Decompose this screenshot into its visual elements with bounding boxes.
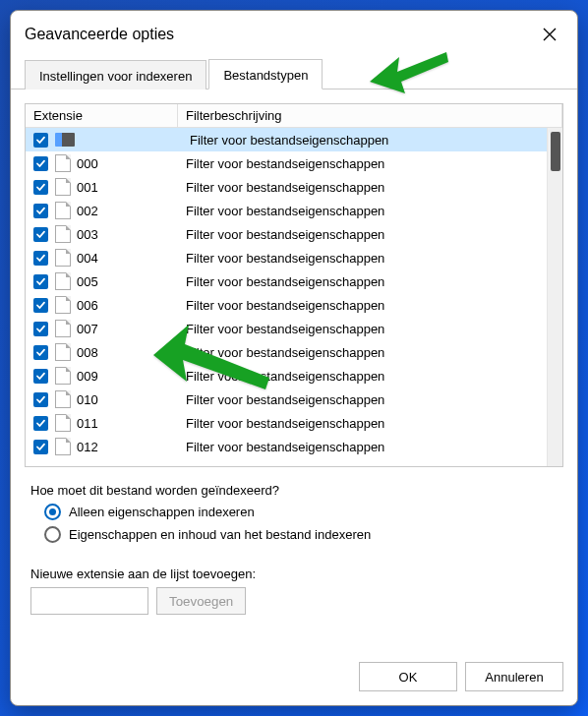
row-filter-description: Filter voor bestandseigenschappen <box>186 227 547 242</box>
row-checkbox[interactable] <box>33 227 48 242</box>
table-row[interactable]: Filter voor bestandseigenschappen <box>26 128 547 151</box>
row-checkbox[interactable] <box>33 416 48 431</box>
row-filter-description: Filter voor bestandseigenschappen <box>186 180 547 195</box>
list-body: Filter voor bestandseigenschappen000Filt… <box>26 128 562 466</box>
radio-label: Alleen eigenschappen indexeren <box>69 505 255 519</box>
row-checkbox[interactable] <box>33 440 48 454</box>
row-filter-description: Filter voor bestandseigenschappen <box>186 298 547 313</box>
close-icon <box>543 28 557 41</box>
row-extension: 000 <box>75 156 186 171</box>
vertical-scrollbar[interactable] <box>547 128 562 466</box>
tab-label: Bestandstypen <box>223 68 308 83</box>
row-checkbox[interactable] <box>33 322 48 336</box>
tab-content: Extensie Filterbeschrijving Filter voor … <box>11 90 577 650</box>
file-icon <box>55 390 71 408</box>
row-extension: 008 <box>75 345 186 360</box>
column-header-extension[interactable]: Extensie <box>26 104 178 127</box>
file-icon <box>55 367 71 385</box>
indexing-question-group: Hoe moet dit bestand worden geïndexeerd?… <box>25 483 563 549</box>
file-icon <box>55 202 71 219</box>
row-filter-description: Filter voor bestandseigenschappen <box>186 369 547 384</box>
table-row[interactable]: 001Filter voor bestandseigenschappen <box>26 175 547 199</box>
row-filter-description: Filter voor bestandseigenschappen <box>186 204 547 218</box>
row-filter-description: Filter voor bestandseigenschappen <box>186 416 547 431</box>
file-icon <box>55 414 71 432</box>
row-checkbox[interactable] <box>33 156 48 171</box>
file-icon <box>55 178 71 196</box>
row-extension: 007 <box>75 322 186 336</box>
row-extension: 003 <box>75 227 186 242</box>
radio-label: Eigenschappen en inhoud van het bestand … <box>69 527 371 542</box>
table-row[interactable]: 008Filter voor bestandseigenschappen <box>26 340 547 364</box>
file-icon <box>55 438 71 455</box>
row-checkbox[interactable] <box>33 133 48 148</box>
row-filter-description: Filter voor bestandseigenschappen <box>186 440 547 454</box>
row-extension: 006 <box>75 298 186 313</box>
new-extension-input[interactable] <box>30 587 148 615</box>
row-extension: 002 <box>75 204 186 218</box>
add-extension-label: Nieuwe extensie aan de lijst toevoegen: <box>30 567 558 581</box>
advanced-options-dialog: Geavanceerde opties Instellingen voor in… <box>10 10 578 706</box>
table-row[interactable]: 012Filter voor bestandseigenschappen <box>26 435 547 458</box>
tab-label: Instellingen voor indexeren <box>39 69 192 84</box>
ok-button[interactable]: OK <box>359 662 457 691</box>
file-type-list: Extensie Filterbeschrijving Filter voor … <box>25 103 563 467</box>
table-row[interactable]: 003Filter voor bestandseigenschappen <box>26 222 547 246</box>
radio-properties-only[interactable]: Alleen eigenschappen indexeren <box>44 504 558 520</box>
table-row[interactable]: 000Filter voor bestandseigenschappen <box>26 151 547 175</box>
column-header-filter[interactable]: Filterbeschrijving <box>178 104 562 127</box>
radio-properties-and-content[interactable]: Eigenschappen en inhoud van het bestand … <box>44 526 558 543</box>
row-checkbox[interactable] <box>33 180 48 195</box>
tab-row: Instellingen voor indexeren Bestandstype… <box>11 58 577 90</box>
dialog-footer: OK Annuleren <box>11 650 577 705</box>
row-filter-description: Filter voor bestandseigenschappen <box>186 274 547 289</box>
table-row[interactable]: 009Filter voor bestandseigenschappen <box>26 364 547 388</box>
indexing-question-label: Hoe moet dit bestand worden geïndexeerd? <box>30 483 558 498</box>
tab-indexing-settings[interactable]: Instellingen voor indexeren <box>25 60 206 90</box>
cancel-button[interactable]: Annuleren <box>465 662 563 691</box>
row-filter-description: Filter voor bestandseigenschappen <box>186 345 547 360</box>
device-icon <box>55 133 75 147</box>
list-header: Extensie Filterbeschrijving <box>26 104 562 128</box>
row-checkbox[interactable] <box>33 345 48 360</box>
table-row[interactable]: 007Filter voor bestandseigenschappen <box>26 317 547 340</box>
row-extension: 001 <box>75 180 186 195</box>
table-row[interactable]: 004Filter voor bestandseigenschappen <box>26 246 547 269</box>
row-extension: 009 <box>75 369 186 384</box>
file-icon <box>55 154 71 172</box>
row-filter-description: Filter voor bestandseigenschappen <box>186 251 547 266</box>
row-extension: 012 <box>75 440 186 454</box>
add-extension-group: Nieuwe extensie aan de lijst toevoegen: … <box>25 567 563 615</box>
row-filter-description: Filter voor bestandseigenschappen <box>186 392 547 407</box>
table-row[interactable]: 011Filter voor bestandseigenschappen <box>26 411 547 435</box>
tab-file-types[interactable]: Bestandstypen <box>208 59 323 90</box>
table-row[interactable]: 005Filter voor bestandseigenschappen <box>26 269 547 293</box>
file-icon <box>55 225 71 243</box>
table-row[interactable]: 010Filter voor bestandseigenschappen <box>26 388 547 411</box>
row-checkbox[interactable] <box>33 251 48 266</box>
file-icon <box>55 320 71 337</box>
row-checkbox[interactable] <box>33 369 48 384</box>
row-checkbox[interactable] <box>33 274 48 289</box>
row-checkbox[interactable] <box>33 392 48 407</box>
scrollbar-thumb[interactable] <box>551 132 560 171</box>
table-row[interactable]: 002Filter voor bestandseigenschappen <box>26 199 547 222</box>
radio-icon <box>44 526 61 543</box>
row-extension: 004 <box>75 251 186 266</box>
table-row[interactable]: 006Filter voor bestandseigenschappen <box>26 293 547 317</box>
row-filter-description: Filter voor bestandseigenschappen <box>186 156 547 171</box>
row-filter-description: Filter voor bestandseigenschappen <box>186 322 547 336</box>
file-icon <box>55 296 71 314</box>
close-button[interactable] <box>536 21 563 48</box>
row-extension: 005 <box>75 274 186 289</box>
file-icon <box>55 343 71 361</box>
file-icon <box>55 272 71 290</box>
row-checkbox[interactable] <box>33 298 48 313</box>
row-extension: 010 <box>75 392 186 407</box>
add-extension-button[interactable]: Toevoegen <box>156 587 246 615</box>
radio-icon <box>44 504 61 520</box>
row-checkbox[interactable] <box>33 204 48 218</box>
dialog-title: Geavanceerde opties <box>25 26 174 43</box>
file-icon <box>55 249 71 267</box>
row-extension: 011 <box>75 416 186 431</box>
